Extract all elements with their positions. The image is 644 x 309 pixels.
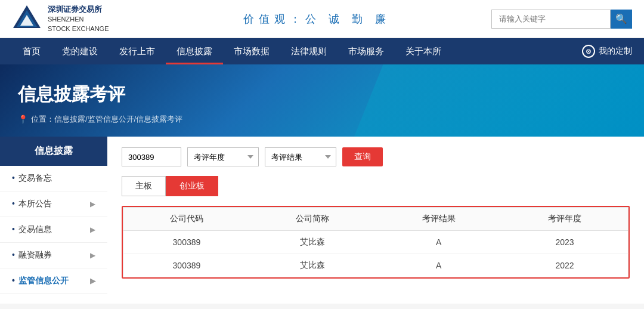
main-content: 信息披露 •交易备忘 •本所公告 ▶ •交易信息 ▶ •融资融券 ▶ •监管信息… [0,137,644,304]
table-body: 300389 艾比森 A 2023 300389 艾比森 A 2022 [123,231,628,277]
header: 深圳证券交易所 SHENZHEN STOCK EXCHANGE 价值观：公 诚 … [0,0,644,38]
cell-code: 300389 [123,231,250,254]
logo-area: 深圳证券交易所 SHENZHEN STOCK EXCHANGE [12,4,143,34]
logo-icon [12,4,42,34]
filter-row: 考评年度 2023 2022 2021 考评结果 A B C D 查询 [122,147,630,166]
logo-text: 深圳证券交易所 SHENZHEN STOCK EXCHANGE [48,4,109,33]
nav-item-disclosure[interactable]: 信息披露 [166,38,223,64]
sidebar-item-trading-info[interactable]: •交易信息 ▶ [0,217,107,243]
search-area: 🔍 [491,10,632,29]
nav-item-about[interactable]: 关于本所 [395,38,452,64]
col-code: 公司代码 [123,208,250,231]
cell-result: A [376,254,501,277]
col-year: 考评年度 [501,208,628,231]
query-button[interactable]: 查询 [342,147,383,166]
banner-title: 信息披露考评 [18,82,626,107]
search-input[interactable] [491,10,611,29]
cell-year: 2023 [501,231,628,254]
banner: 信息披露考评 📍 位置：信息披露/监管信息公开/信息披露考评 [0,64,644,137]
sidebar-header: 信息披露 [0,137,107,166]
nav-item-listing[interactable]: 发行上市 [109,38,166,64]
tab-row: 主板 创业板 [122,176,630,196]
nav-item-market-data[interactable]: 市场数据 [223,38,280,64]
breadcrumb: 📍 位置：信息披露/监管信息公开/信息披露考评 [18,114,626,125]
custom-icon: ⊗ [582,45,595,58]
sidebar: 信息披露 •交易备忘 •本所公告 ▶ •交易信息 ▶ •融资融券 ▶ •监管信息… [0,137,107,304]
col-result: 考评结果 [376,208,501,231]
table-wrapper: 公司代码 公司简称 考评结果 考评年度 300389 艾比森 A 2023 30… [122,206,630,279]
data-table: 公司代码 公司简称 考评结果 考评年度 300389 艾比森 A 2023 30… [123,207,628,277]
tab-mainboard[interactable]: 主板 [122,176,166,196]
nav-item-service[interactable]: 市场服务 [338,38,395,64]
cell-result: A [376,231,501,254]
year-select[interactable]: 考评年度 2023 2022 2021 [187,147,259,166]
my-custom[interactable]: ⊗ 我的定制 [582,45,632,58]
table-row: 300389 艾比森 A 2023 [123,231,628,254]
tab-chinext[interactable]: 创业板 [166,176,218,196]
nav-item-law[interactable]: 法律规则 [280,38,338,64]
sidebar-item-margin[interactable]: •融资融券 ▶ [0,243,107,268]
location-icon: 📍 [18,115,28,124]
sidebar-item-regulatory[interactable]: •监管信息公开 ▶ [0,268,107,294]
sidebar-item-announcements[interactable]: •本所公告 ▶ [0,191,107,217]
sidebar-item-trading-memo[interactable]: •交易备忘 [0,166,107,191]
result-select[interactable]: 考评结果 A B C D [265,147,336,166]
table-row: 300389 艾比森 A 2022 [123,254,628,277]
cell-name: 艾比森 [250,254,376,277]
cell-name: 艾比森 [250,231,376,254]
cell-year: 2022 [501,254,628,277]
search-button[interactable]: 🔍 [611,10,632,29]
content-area: 考评年度 2023 2022 2021 考评结果 A B C D 查询 主板 创… [107,137,644,304]
nav-item-party[interactable]: 党的建设 [51,38,109,64]
code-input[interactable] [122,147,181,166]
motto: 价值观：公 诚 勤 廉 [143,12,491,26]
cell-code: 300389 [123,254,250,277]
col-name: 公司简称 [250,208,376,231]
main-nav: 首页 党的建设 发行上市 信息披露 市场数据 法律规则 市场服务 关于本所 ⊗ … [0,38,644,64]
table-header: 公司代码 公司简称 考评结果 考评年度 [123,208,628,231]
nav-item-home[interactable]: 首页 [12,38,51,64]
